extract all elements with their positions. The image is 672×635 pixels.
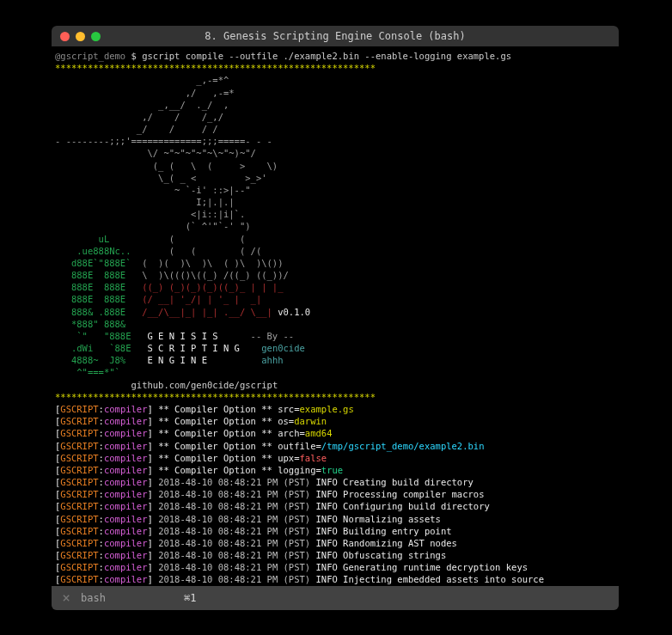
close-tab-icon[interactable]: × <box>52 589 81 608</box>
minimize-button[interactable] <box>76 32 85 41</box>
maximize-button[interactable] <box>91 32 101 41</box>
window-controls <box>60 32 101 41</box>
tab-shell-name[interactable]: bash <box>81 591 167 605</box>
tab-shortcut: ⌘1 <box>184 591 196 605</box>
close-button[interactable] <box>60 32 70 41</box>
terminal-body[interactable]: @gscript_demo $ gscript compile --outfil… <box>52 46 619 586</box>
tab-bar: × bash ⌘1 <box>52 586 619 610</box>
terminal-window: 8. Genesis Scripting Engine Console (bas… <box>52 26 619 610</box>
window-title: 8. Genesis Scripting Engine Console (bas… <box>52 29 619 43</box>
titlebar: 8. Genesis Scripting Engine Console (bas… <box>52 26 619 46</box>
